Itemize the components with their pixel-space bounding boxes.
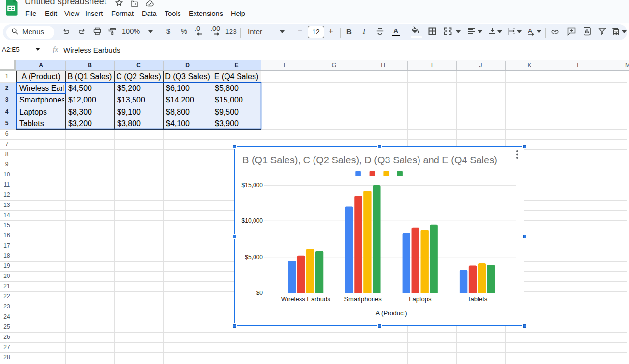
svg-text:$5,000: $5,000 xyxy=(245,254,263,261)
svg-text:.0: .0 xyxy=(195,25,200,32)
svg-text:$15,000: $15,000 xyxy=(242,182,263,189)
svg-text:A (Product): A (Product) xyxy=(375,309,407,317)
svg-text:Tablets: Tablets xyxy=(467,295,488,303)
svg-text:Smartphones: Smartphones xyxy=(344,295,382,303)
svg-text:.00: .00 xyxy=(210,25,220,32)
svg-text:Wireless Earbuds: Wireless Earbuds xyxy=(281,295,330,303)
svg-text:Laptops: Laptops xyxy=(409,295,432,303)
svg-text:$10,000: $10,000 xyxy=(242,218,263,224)
svg-text:B (Q1 Sales), C (Q2 Sales), D: B (Q1 Sales), C (Q2 Sales), D (Q3 Sales)… xyxy=(242,155,497,165)
